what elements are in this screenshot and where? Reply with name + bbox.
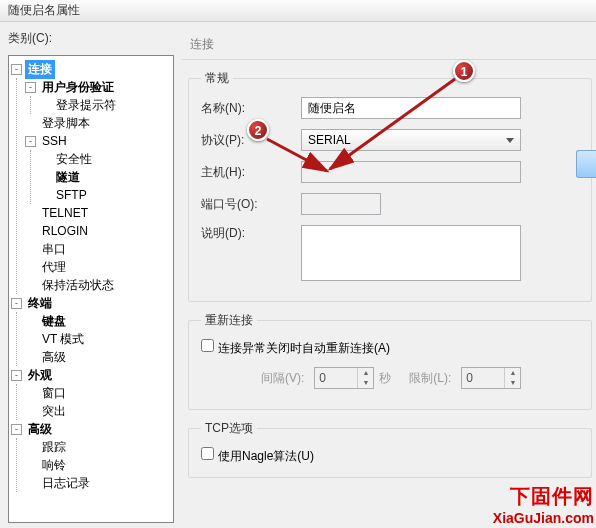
watermark: 下固件网 XiaGuJian.com xyxy=(493,483,594,526)
host-label: 主机(H): xyxy=(201,164,301,181)
collapse-icon[interactable]: - xyxy=(11,424,22,435)
tcp-legend: TCP选项 xyxy=(201,420,257,437)
auto-reconnect-checkbox[interactable] xyxy=(201,339,214,352)
interval-label: 间隔(V): xyxy=(261,370,304,387)
tree-item-bell[interactable]: 响铃 xyxy=(39,456,69,475)
tree-item-connection[interactable]: 连接 xyxy=(25,60,55,79)
annotation-marker-2: 2 xyxy=(247,119,269,141)
tree-item-telnet[interactable]: TELNET xyxy=(39,205,91,221)
name-label: 名称(N): xyxy=(201,100,301,117)
right-header: 连接 xyxy=(182,30,596,60)
side-flyout-icon[interactable] xyxy=(576,150,596,178)
nagle-label[interactable]: 使用Nagle算法(U) xyxy=(201,447,314,465)
collapse-icon[interactable]: - xyxy=(11,64,22,75)
collapse-icon[interactable]: - xyxy=(25,82,36,93)
tree-item-user-auth[interactable]: 用户身份验证 xyxy=(39,78,117,97)
annotation-marker-1: 1 xyxy=(453,60,475,82)
tree-item-serial[interactable]: 串口 xyxy=(39,240,69,259)
spinner-icon: ▲▼ xyxy=(504,368,520,388)
desc-textarea[interactable] xyxy=(301,225,521,281)
tree-item-sftp[interactable]: SFTP xyxy=(53,187,90,203)
tree-item-advanced[interactable]: 高级 xyxy=(25,420,55,439)
collapse-icon[interactable]: - xyxy=(11,370,22,381)
tree-item-terminal[interactable]: 终端 xyxy=(25,294,55,313)
seconds-label: 秒 xyxy=(379,370,391,387)
window-title: 随便启名属性 xyxy=(8,2,80,19)
tree-item-appearance[interactable]: 外观 xyxy=(25,366,55,385)
tree-item-window[interactable]: 窗口 xyxy=(39,384,69,403)
tree-item-highlight[interactable]: 突出 xyxy=(39,402,69,421)
tree-item-proxy[interactable]: 代理 xyxy=(39,258,69,277)
general-group: 常规 名称(N): 协议(P): SERIAL 主机(H): 端口号(O): 说… xyxy=(188,70,592,302)
tree-item-vt[interactable]: VT 模式 xyxy=(39,330,87,349)
category-label: 类别(C): xyxy=(8,30,174,47)
general-legend: 常规 xyxy=(201,70,233,87)
tree-item-login-script[interactable]: 登录脚本 xyxy=(39,114,93,133)
tree-item-keep[interactable]: 保持活动状态 xyxy=(39,276,117,295)
tree-item-tunnel[interactable]: 隧道 xyxy=(53,168,83,187)
host-input xyxy=(301,161,521,183)
reconnect-group: 重新连接 连接异常关闭时自动重新连接(A) 间隔(V): ▲▼ 秒 限制(L):… xyxy=(188,312,592,410)
port-label: 端口号(O): xyxy=(201,196,301,213)
tree-item-adv-t[interactable]: 高级 xyxy=(39,348,69,367)
tree-item-log[interactable]: 日志记录 xyxy=(39,474,93,493)
window-titlebar: 随便启名属性 xyxy=(0,0,596,22)
tree-item-trace[interactable]: 跟踪 xyxy=(39,438,69,457)
auto-reconnect-label[interactable]: 连接异常关闭时自动重新连接(A) xyxy=(201,339,390,357)
spinner-icon: ▲▼ xyxy=(357,368,373,388)
tree-item-rlogin[interactable]: RLOGIN xyxy=(39,223,91,239)
protocol-value: SERIAL xyxy=(308,133,351,147)
tree-item-ssh[interactable]: SSH xyxy=(39,133,70,149)
tcp-group: TCP选项 使用Nagle算法(U) xyxy=(188,420,592,478)
tree-item-security[interactable]: 安全性 xyxy=(53,150,95,169)
port-input xyxy=(301,193,381,215)
reconnect-legend: 重新连接 xyxy=(201,312,257,329)
protocol-select[interactable]: SERIAL xyxy=(301,129,521,151)
nagle-checkbox[interactable] xyxy=(201,447,214,460)
collapse-icon[interactable]: - xyxy=(25,136,36,147)
tree-item-keyboard[interactable]: 键盘 xyxy=(39,312,69,331)
limit-label: 限制(L): xyxy=(409,370,451,387)
collapse-icon[interactable]: - xyxy=(11,298,22,309)
tree-item-login-prompt[interactable]: 登录提示符 xyxy=(53,96,119,115)
category-tree[interactable]: -连接 -用户身份验证 登录提示符 登录脚本 -SSH 安全性 xyxy=(8,55,174,523)
watermark-cn: 下固件网 xyxy=(493,483,594,510)
desc-label: 说明(D): xyxy=(201,225,301,242)
watermark-en: XiaGuJian.com xyxy=(493,510,594,526)
name-input[interactable] xyxy=(301,97,521,119)
